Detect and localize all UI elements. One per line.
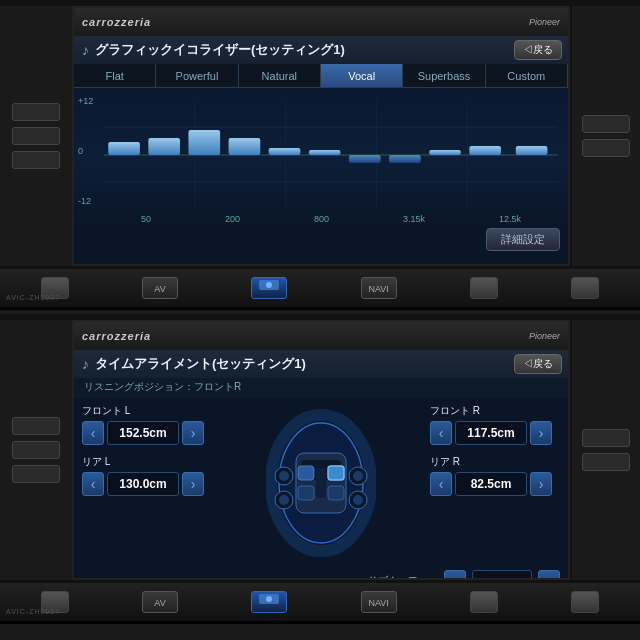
eq-topbar: carrozzeria Pioneer — [74, 8, 568, 36]
ta-brand-pioneer: Pioneer — [529, 331, 560, 341]
tab-natural[interactable]: Natural — [239, 64, 321, 87]
sub-value — [472, 570, 532, 580]
svg-rect-26 — [298, 486, 314, 500]
detail-btn-row: 詳細設定 — [74, 226, 568, 253]
unit2-av-btn[interactable]: AV — [142, 591, 178, 613]
unit1-knob-3[interactable] — [571, 277, 599, 299]
eq-screen: carrozzeria Pioneer ♪ グラフィックイコライザー(セッティン… — [72, 6, 570, 266]
eq-chart: +12 0 -12 50 200 800 3.15k 12.5k — [74, 88, 568, 226]
rear-r-label: リア R — [430, 455, 560, 469]
sub-inc-button[interactable]: › — [538, 570, 560, 580]
unit1-left-btn-2[interactable] — [12, 127, 60, 145]
unit1-side-right — [572, 6, 640, 266]
rear-r-value-row: ‹ 82.5cm › — [430, 472, 560, 496]
front-l-dec-button[interactable]: ‹ — [82, 421, 104, 445]
tab-superbass[interactable]: Superbass — [403, 64, 485, 87]
svg-point-30 — [279, 471, 289, 481]
unit2-center-icon — [257, 592, 281, 606]
unit-2-ta: carrozzeria Pioneer ♪ タイムアライメント(セッティング1)… — [0, 314, 640, 624]
detail-button[interactable]: 詳細設定 — [486, 228, 560, 251]
unit1-side-left — [0, 6, 72, 266]
eq-tabs: Flat Powerful Natural Vocal Superbass Cu… — [74, 64, 568, 88]
unit1-center-btn[interactable] — [251, 277, 287, 299]
eq-y-zero: 0 — [78, 146, 93, 156]
brand-pioneer: Pioneer — [529, 17, 560, 27]
unit1-navi-btn[interactable]: NAVI — [361, 277, 397, 299]
ta-subtitle: リスニングポジション：フロントR — [74, 378, 568, 398]
svg-point-34 — [353, 471, 363, 481]
unit2-navi-btn[interactable]: NAVI — [361, 591, 397, 613]
front-r-value-row: ‹ 117.5cm › — [430, 421, 560, 445]
front-l-group: フロント L ‹ 152.5cm › — [82, 404, 212, 445]
unit2-center-btn[interactable] — [251, 591, 287, 613]
rear-r-dec-button[interactable]: ‹ — [430, 472, 452, 496]
rear-l-group: リア L ‹ 130.0cm › — [82, 455, 212, 496]
front-r-label: フロント R — [430, 404, 560, 418]
svg-point-32 — [279, 495, 289, 505]
eq-x-labels: 50 200 800 3.15k 12.5k — [104, 214, 558, 224]
unit1-model: AVIC-ZH0007 — [6, 294, 60, 301]
unit1-right-btn-1[interactable] — [582, 115, 630, 133]
front-l-label: フロント L — [82, 404, 212, 418]
rear-r-inc-button[interactable]: › — [530, 472, 552, 496]
svg-rect-7 — [108, 142, 140, 155]
unit1-right-btn-2[interactable] — [582, 139, 630, 157]
unit2-knob-3[interactable] — [571, 591, 599, 613]
svg-point-36 — [353, 495, 363, 505]
eq-x-315k: 3.15k — [403, 214, 425, 224]
eq-x-200: 200 — [225, 214, 240, 224]
tab-custom[interactable]: Custom — [486, 64, 568, 87]
tab-vocal[interactable]: Vocal — [321, 64, 403, 87]
front-r-dec-button[interactable]: ‹ — [430, 421, 452, 445]
eq-x-800: 800 — [314, 214, 329, 224]
ta-title: タイムアライメント(セッティング1) — [95, 355, 306, 373]
unit2-left-btn-1[interactable] — [12, 417, 60, 435]
eq-y-labels: +12 0 -12 — [78, 96, 93, 206]
svg-rect-28 — [316, 468, 326, 498]
unit1-center-icon — [257, 278, 281, 292]
eq-y-plus12: +12 — [78, 96, 93, 106]
svg-rect-11 — [269, 148, 301, 155]
svg-rect-9 — [188, 130, 220, 155]
svg-point-38 — [266, 596, 272, 602]
unit-1-eq: carrozzeria Pioneer ♪ グラフィックイコライザー(セッティン… — [0, 0, 640, 310]
sub-dec-button[interactable]: ‹ — [444, 570, 466, 580]
front-l-value-row: ‹ 152.5cm › — [82, 421, 212, 445]
front-l-value: 152.5cm — [107, 421, 179, 445]
svg-rect-8 — [148, 138, 180, 155]
eq-back-button[interactable]: ◁戻る — [514, 40, 562, 60]
front-l-inc-button[interactable]: › — [182, 421, 204, 445]
svg-rect-13 — [349, 155, 381, 163]
brand-carrozzeria: carrozzeria — [82, 16, 151, 28]
ta-back-button[interactable]: ◁戻る — [514, 354, 562, 374]
unit2-right-btn-2[interactable] — [582, 453, 630, 471]
unit1-left-btn-3[interactable] — [12, 151, 60, 169]
tab-flat[interactable]: Flat — [74, 64, 156, 87]
svg-rect-17 — [516, 146, 548, 155]
eq-svg — [104, 100, 558, 210]
ta-right-column: フロント R ‹ 117.5cm › リア R ‹ 82.5cm › — [430, 404, 560, 562]
unit2-side-right — [572, 320, 640, 580]
front-r-inc-button[interactable]: › — [530, 421, 552, 445]
ta-topbar: carrozzeria Pioneer — [74, 322, 568, 350]
tab-powerful[interactable]: Powerful — [156, 64, 238, 87]
ta-screen: carrozzeria Pioneer ♪ タイムアライメント(セッティング1)… — [72, 320, 570, 580]
rear-l-dec-button[interactable]: ‹ — [82, 472, 104, 496]
eq-titlebar: ♪ グラフィックイコライザー(セッティング1) ◁戻る — [74, 36, 568, 64]
car-diagram-svg — [266, 408, 376, 558]
unit1-knob-2[interactable] — [470, 277, 498, 299]
rear-r-value: 82.5cm — [455, 472, 527, 496]
unit1-left-btn-1[interactable] — [12, 103, 60, 121]
unit2-knob-2[interactable] — [470, 591, 498, 613]
unit2-left-btn-3[interactable] — [12, 465, 60, 483]
svg-rect-24 — [298, 466, 314, 480]
ta-titlebar: ♪ タイムアライメント(セッティング1) ◁戻る — [74, 350, 568, 378]
unit2-left-btn-2[interactable] — [12, 441, 60, 459]
rear-r-group: リア R ‹ 82.5cm › — [430, 455, 560, 496]
subwoofer-label: サブウーファー — [368, 574, 438, 580]
ta-brand-carrozzeria: carrozzeria — [82, 330, 151, 342]
unit2-right-btn-1[interactable] — [582, 429, 630, 447]
unit1-av-btn[interactable]: AV — [142, 277, 178, 299]
rear-l-inc-button[interactable]: › — [182, 472, 204, 496]
unit2-model: AVIC-ZH0007 — [6, 608, 60, 615]
